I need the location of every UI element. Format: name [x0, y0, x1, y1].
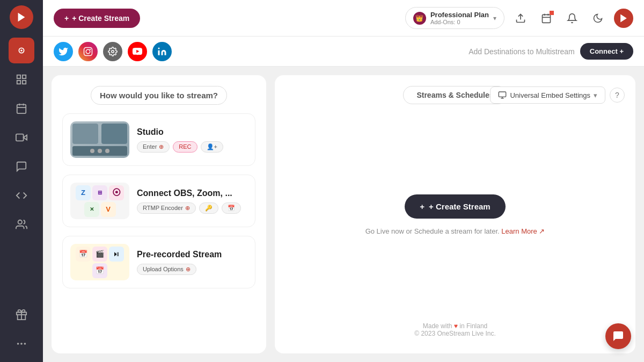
prerecorded-tags: Upload Options ⊕ [137, 264, 247, 275]
svg-point-17 [20, 343, 23, 345]
create-stream-button[interactable]: + + Create Stream [54, 9, 140, 28]
connect-thumbnail: Z ⊞ ⦿ ✕ V [70, 183, 129, 219]
svg-rect-6 [23, 81, 26, 84]
connect-tag-key: 🔑 [199, 202, 218, 214]
plan-badge[interactable]: 👑 Professional Plan Add-Ons: 0 ▾ [405, 7, 504, 29]
prerecorded-option[interactable]: 📅 🎬 ⏯ 📅 Pre-recorded Stream Upload Optio… [62, 236, 255, 288]
obs-bubble: ⦿ [109, 185, 124, 200]
chevron-down-icon: ▾ [493, 15, 496, 22]
studio-option[interactable]: Studio Enter ⊕ REC 👤+ [62, 113, 255, 166]
svg-point-30 [158, 47, 160, 49]
sidebar-item-calendar[interactable] [9, 96, 34, 121]
pre-bubble-1: 📅 [76, 247, 91, 262]
svg-rect-7 [17, 105, 26, 114]
plan-addons: Add-Ons: 0 [430, 19, 489, 25]
studio-thumbnail [70, 121, 129, 158]
help-icon[interactable]: ? [610, 88, 625, 103]
plus-icon: + [64, 14, 69, 23]
xsplit-bubble: ✕ [84, 202, 99, 217]
connect-title: Connect OBS, Zoom, ... [137, 189, 247, 198]
svg-point-28 [112, 50, 114, 53]
svg-point-27 [90, 48, 91, 49]
embed-settings-button[interactable]: Universal Embed Settings ▾ [490, 86, 605, 104]
main-content: + + Create Stream 👑 Professional Plan Ad… [43, 0, 644, 362]
connect-button[interactable]: Connect + [580, 43, 633, 60]
learn-more-link[interactable]: Learn More ↗ [501, 227, 545, 235]
settings-icon[interactable] [103, 42, 122, 61]
sidebar-item-more[interactable] [9, 331, 34, 357]
prerecorded-tag-upload: Upload Options ⊕ [137, 264, 196, 275]
obs-grid-bubble: ⊞ [92, 185, 107, 200]
connect-tags: RTMP Encoder ⊕ 🔑 📅 [137, 202, 247, 214]
connect-content: Connect OBS, Zoom, ... RTMP Encoder ⊕ 🔑 … [137, 189, 247, 214]
prerecorded-title: Pre-recorded Stream [137, 250, 247, 259]
svg-rect-5 [17, 81, 20, 84]
right-panel-header: Streams & Schedules Universal Embed Sett… [286, 86, 625, 104]
youtube-icon[interactable] [128, 42, 147, 61]
svg-marker-0 [18, 13, 25, 22]
svg-rect-29 [158, 50, 160, 55]
sidebar-item-chat[interactable] [9, 154, 34, 179]
svg-point-26 [86, 49, 90, 54]
zoom-bubble: Z [76, 185, 91, 200]
embed-settings-label: Universal Embed Settings [510, 91, 590, 99]
studio-tags: Enter ⊕ REC 👤+ [137, 141, 247, 153]
studio-tag-enter: Enter ⊕ [137, 141, 170, 153]
prerecorded-thumbnail: 📅 🎬 ⏯ 📅 [70, 244, 129, 280]
chat-widget[interactable] [605, 323, 631, 349]
prerecorded-content: Pre-recorded Stream Upload Options ⊕ [137, 250, 247, 275]
user-avatar[interactable] [614, 9, 633, 28]
destinations-bar: Add Destinations to Multistream Connect … [43, 37, 644, 67]
dropdown-icon: ▾ [594, 91, 597, 99]
sidebar-item-video[interactable] [9, 125, 34, 150]
svg-point-13 [18, 220, 22, 224]
sidebar-item-grid[interactable] [9, 67, 34, 92]
sidebar-item-home[interactable] [9, 38, 34, 63]
studio-tag-adduser: 👤+ [201, 141, 223, 153]
studio-tag-rec: REC [173, 141, 197, 153]
studio-title: Studio [137, 127, 247, 137]
sidebar-item-users[interactable] [9, 212, 34, 237]
svg-marker-24 [620, 14, 627, 22]
pre-bubble-4: 📅 [92, 263, 107, 278]
heart-icon: ♥ [454, 322, 458, 330]
plan-name: Professional Plan [430, 11, 489, 19]
pre-bubble-2: 🎬 [92, 247, 107, 262]
svg-marker-11 [24, 135, 27, 140]
theme-icon[interactable] [588, 9, 608, 28]
calendar-icon[interactable] [537, 9, 556, 28]
connect-tag-schedule: 📅 [222, 202, 241, 214]
right-panel-empty-state: + + Create Stream Go Live now or Schedul… [365, 113, 545, 317]
studio-content: Studio Enter ⊕ REC 👤+ [137, 127, 247, 153]
svg-rect-4 [23, 75, 26, 78]
create-stream-label: + Create Stream [72, 14, 129, 23]
svg-point-2 [20, 49, 23, 52]
svg-rect-12 [16, 134, 24, 141]
svg-point-18 [24, 343, 26, 345]
connect-obs-option[interactable]: Z ⊞ ⦿ ✕ V Connect OBS, Zoom, ... RTMP En… [62, 175, 255, 227]
right-panel: Streams & Schedules Universal Embed Sett… [275, 75, 635, 353]
destinations-label: Add Destinations to Multistream [469, 47, 575, 56]
notification-icon[interactable] [562, 9, 582, 28]
twitter-icon[interactable] [54, 42, 73, 61]
plus-icon-center: + [420, 202, 425, 211]
topbar: + + Create Stream 👑 Professional Plan Ad… [43, 0, 644, 37]
sidebar-item-gift[interactable] [9, 302, 34, 328]
vmix-bubble: V [101, 202, 116, 217]
instagram-icon[interactable] [78, 42, 98, 61]
copyright: © 2023 OneStream Live Inc. [414, 330, 496, 337]
upload-icon[interactable] [511, 9, 530, 28]
svg-rect-20 [543, 15, 551, 23]
pre-bubble-3: ⏯ [109, 247, 124, 262]
svg-point-16 [17, 343, 19, 345]
panel-title: How would you like to stream? [91, 86, 227, 105]
linkedin-icon[interactable] [152, 42, 172, 61]
footer: Made with ♥ in Finland © 2023 OneStream … [409, 317, 501, 343]
sidebar-item-embed[interactable] [9, 183, 34, 208]
go-live-text: Go Live now or Schedule a stream for lat… [365, 227, 545, 235]
logo[interactable] [10, 5, 33, 29]
svg-rect-31 [499, 92, 506, 97]
create-stream-center-button[interactable]: + + Create Stream [405, 194, 505, 219]
right-panel-actions: Universal Embed Settings ▾ ? [490, 86, 625, 104]
svg-rect-25 [84, 47, 92, 55]
